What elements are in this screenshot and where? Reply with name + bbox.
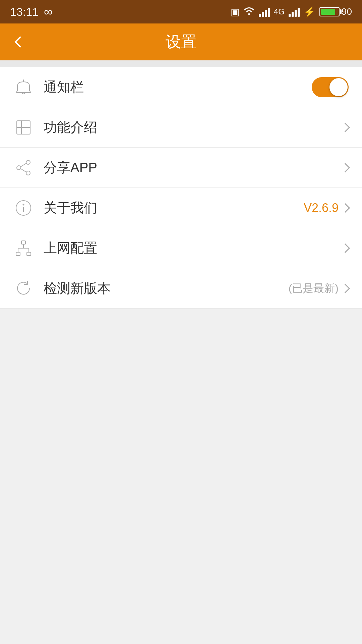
settings-item-features[interactable]: 功能介绍 <box>0 107 362 148</box>
signal-bars-2 <box>289 7 300 17</box>
section-divider-top <box>0 60 362 67</box>
about-chevron-icon <box>341 203 350 212</box>
book-icon <box>13 117 34 138</box>
settings-item-share[interactable]: 分享APP <box>0 148 362 188</box>
status-bar: 13:11 ∞ ▣ 4G ⚡ <box>0 0 362 23</box>
update-label: 检测新版本 <box>44 279 289 298</box>
share-right <box>342 164 349 171</box>
settings-item-notification[interactable]: 通知栏 <box>0 67 362 107</box>
back-arrow-icon <box>14 36 26 48</box>
share-chevron-icon <box>341 163 350 172</box>
svg-point-9 <box>23 204 24 205</box>
svg-line-5 <box>21 163 26 167</box>
battery-text: 90 <box>342 6 352 17</box>
refresh-icon <box>13 278 34 299</box>
sim-icon: ▣ <box>231 6 239 17</box>
back-button[interactable] <box>10 32 30 52</box>
notification-icon <box>13 77 34 97</box>
signal-bars-1 <box>259 7 270 17</box>
svg-rect-11 <box>16 252 20 256</box>
about-label: 关于我们 <box>44 199 304 217</box>
update-right: (已是最新) <box>289 281 349 296</box>
status-left: 13:11 ∞ <box>10 5 53 19</box>
svg-point-2 <box>26 160 30 164</box>
notification-label: 通知栏 <box>44 78 312 96</box>
toggle-knob <box>329 78 348 96</box>
share-label: 分享APP <box>44 158 342 177</box>
about-version: V2.6.9 <box>304 201 339 215</box>
notification-toggle-container <box>312 77 349 97</box>
page-title: 设置 <box>166 32 196 52</box>
info-icon <box>13 198 34 218</box>
features-label: 功能介绍 <box>44 118 342 137</box>
battery-bar <box>319 7 340 16</box>
charging-icon: ⚡ <box>304 6 315 17</box>
svg-line-6 <box>21 169 26 172</box>
about-right: V2.6.9 <box>304 201 349 215</box>
update-chevron-icon <box>341 283 350 293</box>
app-bar: 设置 <box>0 23 362 60</box>
network-icon <box>13 238 34 258</box>
svg-point-4 <box>26 171 30 175</box>
battery-container: 90 <box>319 6 352 17</box>
battery-fill <box>321 9 336 15</box>
network-label: 上网配置 <box>44 239 342 257</box>
4g-label: 4G <box>274 7 285 16</box>
network-chevron-icon <box>341 243 350 253</box>
svg-rect-10 <box>21 241 25 244</box>
wifi-icon <box>243 6 255 18</box>
network-right <box>342 245 349 252</box>
settings-item-update[interactable]: 检测新版本 (已是最新) <box>0 268 362 309</box>
share-icon <box>13 158 34 178</box>
notification-toggle[interactable] <box>312 77 349 97</box>
settings-item-about[interactable]: 关于我们 V2.6.9 <box>0 188 362 228</box>
svg-rect-12 <box>27 252 31 256</box>
features-right <box>342 124 349 131</box>
settings-item-network[interactable]: 上网配置 <box>0 228 362 268</box>
status-right: ▣ 4G ⚡ <box>231 6 352 18</box>
features-chevron-icon <box>341 122 350 132</box>
infinity-icon: ∞ <box>44 5 53 19</box>
settings-list: 通知栏 功能介绍 <box>0 67 362 309</box>
bottom-area <box>0 309 362 644</box>
status-time: 13:11 <box>10 5 39 18</box>
svg-point-3 <box>17 166 21 170</box>
update-status: (已是最新) <box>289 281 339 296</box>
